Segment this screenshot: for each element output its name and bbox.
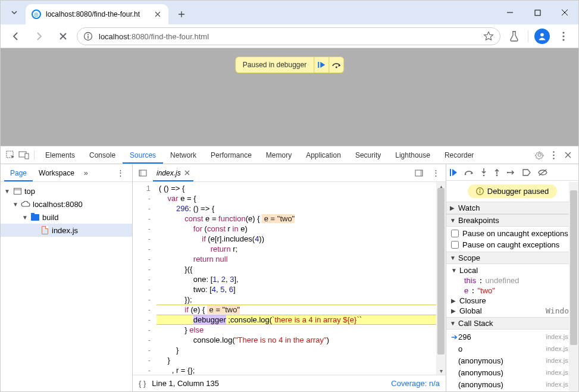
toggle-sidebar-icon[interactable] [412,170,425,177]
nav-more-icon[interactable]: » [80,168,92,177]
nav-tab-page[interactable]: Page [4,164,33,181]
tree-host[interactable]: ▼ localhost:8080 [1,197,132,211]
nav-tab-workspace[interactable]: Workspace [33,164,80,181]
watch-toggle-icon[interactable] [136,170,149,177]
editor-panel: index.js ⋮ 1------------------ ( () => {… [133,164,446,391]
navigator-tabs: Page Workspace » ⋮ [1,164,132,182]
inspect-icon[interactable] [4,150,17,160]
profile-button[interactable] [532,26,552,46]
svg-point-6 [562,35,564,37]
svg-point-29 [479,190,480,191]
tab-performance[interactable]: Performance [204,146,259,164]
scroll-thumb[interactable] [437,188,445,355]
editor-scrollbar[interactable]: ▴ ▾ [436,182,446,375]
chk-caught[interactable]: Pause on caught exceptions [446,239,578,250]
tab-network[interactable]: Network [163,146,204,164]
section-scope[interactable]: ▼Scope [446,252,578,264]
step-out-icon[interactable] [494,168,500,177]
site-info-icon[interactable] [83,32,94,41]
svg-point-25 [496,174,498,176]
scope-closure[interactable]: ▶Closure [446,296,578,306]
tree-top[interactable]: ▼ top [1,184,132,197]
browser-titlebar: ◎ localhost:8080/find-the-four.ht [1,1,578,24]
section-breakpoints[interactable]: ▼Breakpoints [446,214,578,227]
scope-global[interactable]: ▶GlobalWindow [446,306,578,316]
file-tree: ▼ top ▼ localhost:8080 ▼ build [1,182,132,391]
step-over-button[interactable] [329,57,343,73]
callstack-item: (anonymous)index.js:1 [446,378,578,390]
tab-application[interactable]: Application [299,146,348,164]
step-into-icon[interactable] [481,168,487,177]
tab-memory[interactable]: Memory [259,146,299,164]
toolbar-right [504,26,574,46]
stop-reload-button[interactable] [53,26,73,46]
tab-security[interactable]: Security [348,146,388,164]
tree-folder[interactable]: ▼ build [1,211,132,224]
pretty-print-icon[interactable]: { } [139,379,146,388]
close-devtools-icon[interactable] [561,152,575,158]
labs-icon[interactable] [504,26,524,46]
coverage-link[interactable]: Coverage: n/a [391,379,440,388]
separator [528,30,528,42]
tab-sources[interactable]: Sources [123,146,163,164]
editor-status-bar: { } Line 1, Column 135 Coverage: n/a [133,375,446,391]
tab-close-button[interactable] [153,10,162,19]
callstack-item: oindex.js:1 [446,343,578,355]
favicon-icon: ◎ [32,10,41,19]
sources-navigator: Page Workspace » ⋮ ▼ top ▼ localho [1,164,133,391]
editor-more-icon[interactable]: ⋮ [429,168,442,177]
new-tab-button[interactable] [173,6,190,23]
tree-file[interactable]: index.js [1,224,132,237]
tab-search-button[interactable] [5,1,23,24]
callstack-item: (anonymous)index.js:1 [446,355,578,366]
back-button[interactable] [5,26,26,46]
settings-icon[interactable] [532,150,546,159]
scroll-down-icon[interactable]: ▾ [436,366,446,375]
editor-file-tab[interactable]: index.js [153,164,193,181]
step-over-icon[interactable] [464,169,474,176]
tab-recorder[interactable]: Recorder [437,146,481,164]
nav-menu-icon[interactable]: ⋮ [113,168,129,177]
step-icon[interactable] [507,169,515,176]
url-bar[interactable]: localhost:8080/find-the-four.html [77,27,500,45]
page-viewport: Paused in debugger [1,48,578,146]
device-icon[interactable] [17,151,30,159]
callstack-list: ➔296index.js:1 oindex.js:1 (anonymous)in… [446,330,578,391]
menu-button[interactable] [553,26,574,46]
minimize-button[interactable] [496,1,524,24]
svg-rect-30 [480,191,480,193]
pause-exceptions-icon[interactable] [538,169,547,176]
window-icon [12,188,22,195]
window-controls [496,1,578,24]
right-scrollbar[interactable] [569,182,578,391]
section-callstack[interactable]: ▼Call Stack [446,317,578,330]
info-icon [476,187,484,195]
debugger-paused-badge: Debugger paused [468,184,557,198]
maximize-button[interactable] [524,1,551,24]
browser-toolbar: localhost:8080/find-the-four.html [1,24,578,48]
tab-lighthouse[interactable]: Lighthouse [388,146,437,164]
deactivate-bp-icon[interactable] [522,169,531,176]
devtools-tabs: Elements Console Sources Network Perform… [1,146,578,164]
code-editor[interactable]: 1------------------ ( () => { var e = { … [133,182,446,375]
tab-elements[interactable]: Elements [38,146,82,164]
close-file-icon[interactable] [184,170,190,175]
more-icon[interactable] [546,151,561,159]
resume-icon[interactable] [450,169,457,176]
pause-banner: Paused in debugger [235,57,344,73]
tab-console[interactable]: Console [82,146,123,164]
bookmark-icon[interactable] [483,31,494,42]
scope-local[interactable]: ▼Local [446,265,578,275]
forward-button[interactable] [29,26,49,46]
resume-button[interactable] [314,57,328,73]
svg-rect-12 [25,153,29,159]
devtools-body: Page Workspace » ⋮ ▼ top ▼ localho [1,164,578,391]
devtools: Elements Console Sources Network Perform… [1,146,578,391]
section-watch[interactable]: ▶Watch [446,202,578,214]
close-window-button[interactable] [551,1,578,24]
cloud-icon [21,201,30,208]
chk-uncaught[interactable]: Pause on uncaught exceptions [446,228,578,239]
file-icon [40,226,49,234]
code-lines: ( () => { var e = { 296: () => { const e… [157,182,446,375]
browser-tab[interactable]: ◎ localhost:8080/find-the-four.ht [26,4,168,24]
